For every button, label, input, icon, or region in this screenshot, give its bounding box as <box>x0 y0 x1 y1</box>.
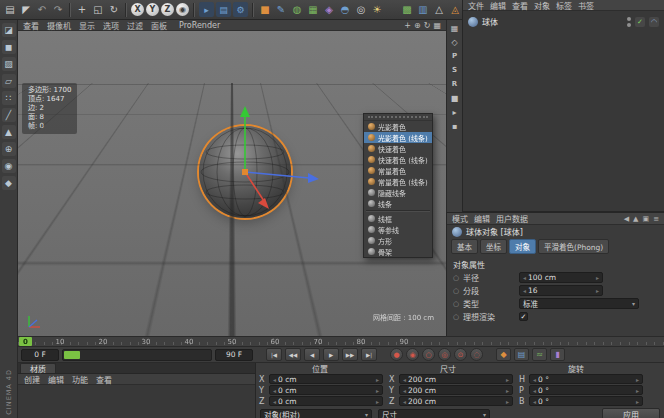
redo-icon[interactable]: ↷ <box>50 2 66 18</box>
menu-item[interactable]: 线条 <box>364 198 432 209</box>
enable-axis-icon[interactable]: ⊕ <box>2 142 16 156</box>
mat-menu-edit[interactable]: 编辑 <box>48 374 64 385</box>
tab-materials[interactable]: 材质 <box>20 363 56 373</box>
end-frame-field[interactable]: 90 F <box>215 349 253 361</box>
key-scale-button[interactable]: ◎ <box>438 348 451 361</box>
size-z-field[interactable]: 200 cm <box>399 396 513 406</box>
pan-view-icon[interactable]: + <box>404 21 411 30</box>
points-mode-icon[interactable]: ∷ <box>2 91 16 105</box>
menu-item-selected[interactable]: 光影着色 (线条) <box>364 132 432 143</box>
coordinate-mode-dropdown[interactable]: 对象(相对) <box>260 409 372 418</box>
lock-icon[interactable]: ▣ <box>643 215 650 223</box>
viewport-menu-panel[interactable]: 面板 <box>151 20 167 31</box>
frame-slider-handle[interactable] <box>64 351 80 359</box>
om-menu-edit[interactable]: 编辑 <box>490 0 506 11</box>
om-menu-view[interactable]: 查看 <box>512 0 528 11</box>
object-name[interactable]: 球体 <box>482 16 498 27</box>
texture-axis-icon[interactable]: ■ <box>449 92 461 104</box>
om-menu-objects[interactable]: 对象 <box>534 0 550 11</box>
psr-r-button[interactable]: R <box>449 78 461 90</box>
position-x-field[interactable]: 0 cm <box>269 374 383 384</box>
workplane-mode-icon[interactable]: ▱ <box>2 74 16 88</box>
animate-icon[interactable]: ▸ <box>449 106 461 118</box>
om-menu-bookmarks[interactable]: 书签 <box>578 0 594 11</box>
rotation-b-field[interactable]: 0 ° <box>529 396 643 406</box>
keyframe-dot-icon[interactable]: ○ <box>453 274 459 282</box>
segments-field[interactable]: 16 <box>519 285 603 296</box>
playhead-marker[interactable]: 0 <box>19 337 32 346</box>
viewport-menu-display[interactable]: 显示 <box>79 20 95 31</box>
type-dropdown[interactable]: 标准 <box>519 298 639 309</box>
keyframe-dot-icon[interactable]: ○ <box>453 287 459 295</box>
edges-mode-icon[interactable]: ╱ <box>2 108 16 122</box>
panel-menu-icon[interactable]: ≡ <box>653 215 659 223</box>
record-keyframe-button[interactable]: ● <box>390 348 403 361</box>
size-mode-dropdown[interactable]: 尺寸 <box>378 409 490 418</box>
visibility-dots[interactable] <box>627 17 631 27</box>
simulate-button[interactable]: △ <box>431 2 447 18</box>
menu-item[interactable]: 常量着色 (线条) <box>364 176 432 187</box>
size-x-field[interactable]: 200 cm <box>399 374 513 384</box>
back-icon[interactable]: ◀ <box>624 215 629 223</box>
sphere-object[interactable] <box>199 126 291 218</box>
undo-icon[interactable]: ↶ <box>34 2 50 18</box>
motion-clip-icon[interactable]: ▮ <box>550 348 565 361</box>
mat-menu-create[interactable]: 创建 <box>24 374 40 385</box>
menu-item[interactable]: 隐藏线条 <box>364 187 432 198</box>
viewport-menu-view[interactable]: 查看 <box>23 20 39 31</box>
keyframe-dot-icon[interactable]: ○ <box>453 300 459 308</box>
tab-object[interactable]: 对象 <box>509 239 536 254</box>
viewport-solo-icon[interactable]: ◉ <box>2 159 16 173</box>
attr-menu-mode[interactable]: 模式 <box>452 213 468 224</box>
move-tool-icon[interactable]: + <box>74 2 90 18</box>
model-mode-icon[interactable]: ◼ <box>2 40 16 54</box>
next-frame-button[interactable]: ▶▶ <box>342 348 358 361</box>
environment-button[interactable]: ◓ <box>337 2 353 18</box>
toggle-views-icon[interactable]: ▦ <box>433 21 441 30</box>
render-picture-viewer-button[interactable]: ▤ <box>216 2 231 17</box>
dot-icon[interactable]: ▪ <box>449 120 461 132</box>
snap-toggle-icon[interactable]: ◇ <box>449 36 461 48</box>
zoom-view-icon[interactable]: ⊕ <box>414 21 421 30</box>
fcurve-icon[interactable]: ≈ <box>532 348 547 361</box>
spline-pen-button[interactable]: ✎ <box>273 2 289 18</box>
tab-basic[interactable]: 基本 <box>451 239 478 254</box>
psr-p-button[interactable]: P <box>449 50 461 62</box>
previous-key-button[interactable]: ◀◀ <box>285 348 301 361</box>
timeline-ruler[interactable]: 10 20 30 40 50 60 70 80 90 0 <box>18 336 664 347</box>
render-view-button[interactable]: ▸ <box>199 2 214 17</box>
make-editable-icon[interactable]: ◪ <box>2 23 16 37</box>
keyframe-icon[interactable]: ◆ <box>496 348 511 361</box>
snap-icon[interactable]: ◆ <box>2 176 16 190</box>
object-row[interactable]: 球体 ✓ ◠ <box>463 15 664 28</box>
start-frame-field[interactable]: 0 F <box>21 349 59 361</box>
radius-field[interactable]: 100 cm <box>519 272 603 283</box>
menu-item[interactable]: 骨架 <box>364 246 432 257</box>
rotate-view-icon[interactable]: ↻ <box>424 21 431 30</box>
menu-item[interactable]: 快速着色 <box>364 143 432 154</box>
keyframe-dot-icon[interactable]: ○ <box>453 313 459 321</box>
autokey-button[interactable]: ◉ <box>406 348 419 361</box>
coordinate-system-button[interactable]: ◉ <box>176 3 189 16</box>
texture-mode-icon[interactable]: ▨ <box>2 57 16 71</box>
timeline-window-icon[interactable]: ▤ <box>514 348 529 361</box>
menu-item[interactable]: 方形 <box>364 235 432 246</box>
mograph-button[interactable]: ▩ <box>399 2 415 18</box>
play-button[interactable]: ▶ <box>323 348 339 361</box>
scale-tool-icon[interactable]: ◱ <box>90 2 106 18</box>
viewport-menu-cameras[interactable]: 摄像机 <box>47 20 71 31</box>
rotation-p-field[interactable]: 0 ° <box>529 385 643 395</box>
frame-slider[interactable] <box>62 349 212 361</box>
render-perfect-checkbox[interactable]: ✓ <box>519 312 528 321</box>
camera-button[interactable]: ◎ <box>353 2 369 18</box>
key-position-button[interactable]: ○ <box>422 348 435 361</box>
array-button[interactable]: ▦ <box>305 2 321 18</box>
size-y-field[interactable]: 200 cm <box>399 385 513 395</box>
tab-phong[interactable]: 平滑着色(Phong) <box>538 239 609 254</box>
menu-item[interactable]: 线框 <box>364 213 432 224</box>
world-grid-icon[interactable]: ▦ <box>449 22 461 34</box>
viewport-menu-options[interactable]: 选项 <box>103 20 119 31</box>
light-button[interactable]: ☀ <box>369 2 385 18</box>
rotation-h-field[interactable]: 0 ° <box>529 374 643 384</box>
om-menu-file[interactable]: 文件 <box>468 0 484 11</box>
